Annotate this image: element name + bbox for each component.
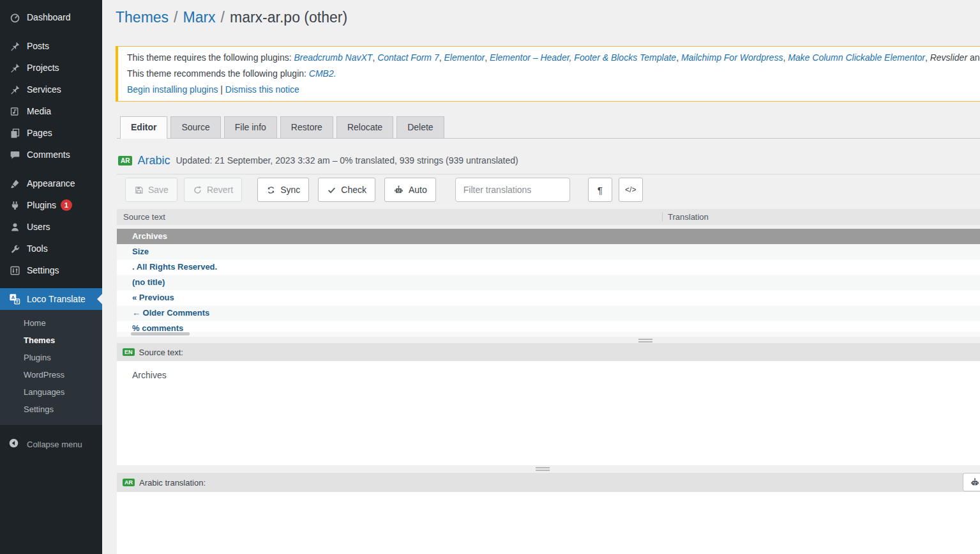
robot-icon [393, 185, 404, 196]
plugin-link[interactable]: Breadcrumb NavXT [294, 52, 372, 63]
source-text-panel-label: Source text: [139, 348, 183, 357]
sidebar-item-appearance[interactable]: Appearance [0, 173, 102, 194]
string-row[interactable]: . All Rights Reserved. [117, 259, 980, 275]
sidebar-item-plugins[interactable]: Plugins 1 [0, 194, 102, 216]
main-content: Themes/Marx/marx-ar.po (other) This them… [102, 0, 980, 554]
check-button[interactable]: Check [318, 178, 375, 202]
pages-icon [8, 127, 21, 139]
sync-icon [266, 185, 276, 195]
plugin-link[interactable]: Mailchimp For Wordpress [681, 52, 783, 63]
notice-text: and [967, 52, 980, 63]
resize-handle[interactable] [638, 339, 652, 342]
resize-handle[interactable] [536, 467, 550, 471]
begin-installing-link[interactable]: Begin installing plugins [127, 84, 218, 95]
sidebar-item-label: Comments [27, 150, 70, 160]
string-row[interactable]: Archives [117, 229, 980, 244]
scrollbar-thumb[interactable] [131, 332, 190, 335]
submenu-item-settings[interactable]: Settings [0, 401, 102, 418]
file-status-details: Updated: 21 September, 2023 3:32 am – 0%… [176, 155, 518, 165]
string-row[interactable]: « Previous [117, 290, 980, 305]
revert-button[interactable]: Revert [184, 178, 242, 202]
robot-icon [970, 477, 980, 488]
sidebar-item-label: Users [27, 222, 50, 232]
string-row[interactable]: Size [117, 244, 980, 259]
plugin-link[interactable]: Elementor [444, 52, 485, 63]
check-label: Check [341, 185, 366, 195]
tab-file-info[interactable]: File info [224, 116, 277, 138]
users-icon [8, 220, 21, 233]
tab-relocate[interactable]: Relocate [336, 116, 393, 138]
collapse-arrow-icon [8, 438, 21, 450]
pin-icon [8, 61, 21, 74]
source-text-editor[interactable]: Archives [117, 361, 980, 465]
submenu-item-plugins[interactable]: Plugins [0, 349, 102, 366]
source-text-column-header: Source text [117, 212, 662, 222]
sidebar-item-settings[interactable]: Settings [0, 259, 102, 281]
sidebar-item-dashboard[interactable]: Dashboard [0, 6, 102, 28]
admin-sidebar: Dashboard Posts Projects Services Media … [0, 0, 102, 554]
strings-list: Archives Size . All Rights Reserved. (no… [117, 229, 980, 332]
sidebar-item-tools[interactable]: Tools [0, 238, 102, 259]
sidebar-item-users[interactable]: Users [0, 216, 102, 238]
plugin-name: Revslider [930, 52, 967, 63]
sidebar-item-label: Loco Translate [27, 294, 86, 304]
auto-translate-field-button[interactable] [963, 473, 980, 491]
tab-restore[interactable]: Restore [280, 116, 333, 138]
horizontal-scrollbar [117, 332, 980, 337]
sidebar-item-services[interactable]: Services [0, 79, 102, 100]
file-status-line: AR Arabic Updated: 21 September, 2023 3:… [118, 152, 980, 169]
breadcrumb-themes-link[interactable]: Themes [116, 9, 169, 26]
sync-label: Sync [280, 185, 300, 195]
panel-resize-divider [102, 337, 980, 343]
revert-icon [193, 185, 202, 195]
sidebar-item-loco-translate[interactable]: A Loco Translate [0, 288, 102, 310]
plugin-link[interactable]: Make Column Clickable Elementor [788, 52, 925, 63]
plugins-icon [8, 199, 21, 212]
sidebar-item-media[interactable]: Media [0, 100, 102, 122]
save-button[interactable]: Save [125, 178, 177, 202]
plugin-link[interactable]: CMB2. [309, 68, 336, 79]
tab-delete[interactable]: Delete [396, 116, 444, 138]
tgmpa-plugins-notice: This theme requires the following plugin… [116, 46, 980, 102]
breadcrumb-project-link[interactable]: Marx [183, 9, 215, 26]
page-title: marx-ar.po (other) [230, 9, 347, 26]
sidebar-item-projects[interactable]: Projects [0, 57, 102, 79]
string-row[interactable]: % comments [117, 321, 980, 332]
plugin-link[interactable]: Contact Form 7 [377, 52, 439, 63]
pilcrow-icon: ¶ [598, 185, 603, 196]
arabic-translation-editor[interactable] [117, 492, 980, 554]
code-view-button[interactable]: </> [619, 178, 643, 202]
arabic-translation-panel-header: AR Arabic translation: [117, 473, 980, 492]
tab-source[interactable]: Source [170, 116, 220, 138]
collapse-menu-label: Collapse menu [27, 440, 82, 449]
sidebar-item-label: Tools [27, 243, 48, 254]
sidebar-item-posts[interactable]: Posts [0, 35, 102, 57]
submenu-item-languages[interactable]: Languages [0, 383, 102, 401]
dashboard-icon [8, 11, 21, 24]
settings-icon [8, 264, 21, 277]
sidebar-item-pages[interactable]: Pages [0, 122, 102, 144]
string-row[interactable]: ← Older Comments [117, 305, 980, 321]
plugin-link[interactable]: Elementor – Header, Footer & Blocks Temp… [490, 52, 676, 63]
collapse-menu-button[interactable]: Collapse menu [0, 433, 102, 455]
sync-button[interactable]: Sync [257, 178, 309, 202]
filter-translations-input[interactable] [455, 178, 570, 202]
update-count-badge: 1 [61, 199, 72, 211]
dismiss-notice-link[interactable]: Dismiss this notice [225, 84, 299, 95]
tab-editor[interactable]: Editor [120, 116, 167, 139]
string-row[interactable]: (no title) [117, 275, 980, 290]
auto-translate-button[interactable]: Auto [384, 178, 436, 202]
submenu-item-home[interactable]: Home [0, 314, 102, 332]
notice-actions-line: Begin installing plugins | Dismiss this … [127, 82, 980, 98]
sidebar-item-label: Posts [27, 41, 49, 51]
language-name[interactable]: Arabic [137, 154, 170, 167]
submenu-item-themes[interactable]: Themes [0, 332, 102, 349]
notice-text: This theme requires the following plugin… [127, 52, 294, 63]
pilcrow-toggle-button[interactable]: ¶ [588, 178, 612, 202]
tools-icon [8, 242, 21, 255]
submenu-item-wordpress[interactable]: WordPress [0, 366, 102, 383]
notice-text: , [925, 52, 930, 63]
sidebar-item-label: Appearance [27, 178, 75, 189]
save-icon [134, 185, 144, 195]
sidebar-item-comments[interactable]: Comments [0, 144, 102, 165]
